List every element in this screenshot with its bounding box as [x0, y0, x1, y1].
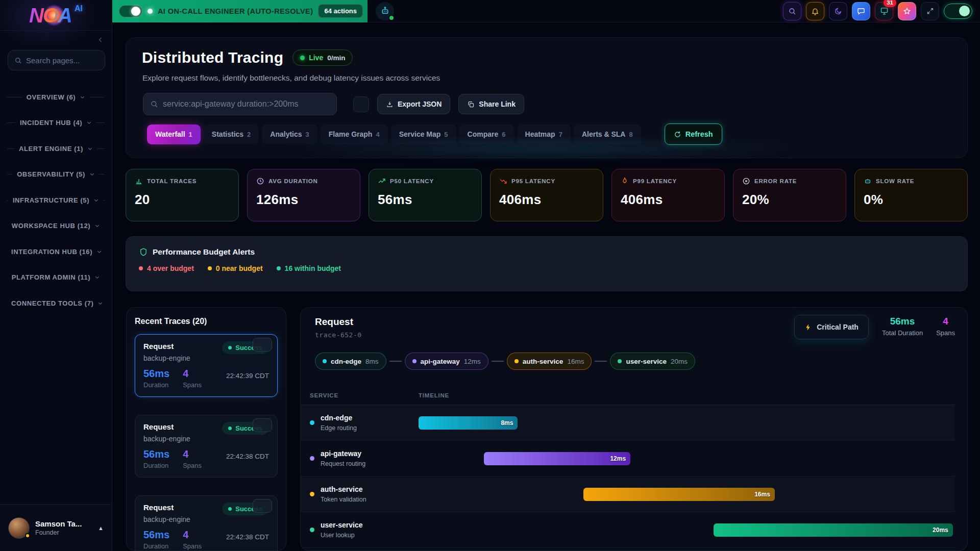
favorites-button[interactable] [898, 2, 916, 20]
span-row-cdn-edge[interactable]: cdn-edge Edge routing 8ms [301, 405, 955, 441]
activity-monitor-button[interactable]: 31 [875, 2, 893, 20]
service-dot [310, 420, 314, 425]
recent-traces-title: Recent Traces (20) [135, 317, 278, 326]
refresh-button[interactable]: Refresh [665, 123, 722, 145]
duration-label: Duration [143, 542, 169, 550]
sidebar-item-platform-admin[interactable]: PLATFORM ADMIN (11) [0, 265, 112, 291]
metric-value: 0% [864, 192, 959, 208]
tab-shortcut: 7 [559, 131, 562, 138]
sidebar-nav: OVERVIEW (6) INCIDENT HUB (4) ALERT ENGI… [0, 84, 112, 316]
trace-action-button[interactable] [253, 338, 272, 352]
sidebar-item-observability[interactable]: OBSERVABILITY (5) [0, 162, 112, 188]
tab-shortcut: 8 [629, 131, 632, 138]
span-bar[interactable]: 12ms [484, 452, 630, 465]
tab-compare[interactable]: Compare6 [459, 124, 514, 144]
sidebar-item-integration-hub[interactable]: INTEGRATION HUB (16) [0, 239, 112, 265]
duration-label: Duration [143, 381, 169, 389]
user-role: Founder [35, 529, 82, 536]
critical-path-button[interactable]: Critical Path [794, 315, 869, 339]
metric-value: 20% [742, 192, 837, 208]
trace-timestamp: 22:42:38 CDT [226, 453, 269, 460]
sidebar-item-connected-tools[interactable]: CONNECTED TOOLS (7) [0, 290, 112, 316]
tab-heatmap[interactable]: Heatmap7 [517, 124, 571, 144]
trace-card[interactable]: Request Success backup-engine 56ms Durat… [135, 334, 278, 397]
fullscreen-button[interactable] [921, 2, 939, 20]
auto-resolve-toggle[interactable] [119, 5, 142, 17]
span-row-user-service[interactable]: user-service User lookup 20ms [301, 512, 955, 548]
ai-assistant-button[interactable] [376, 2, 394, 20]
app-logo[interactable]: NOA AI [0, 0, 112, 31]
metric-value: 406ms [499, 192, 594, 208]
metric-p95-latency: P95 LATENCY 406ms [490, 169, 603, 221]
theme-toggle[interactable] [944, 4, 972, 19]
chip-name: cdn-edge [331, 358, 361, 365]
duration-value: 56ms [143, 368, 169, 380]
span-bar[interactable]: 16ms [583, 488, 775, 501]
trace-query-box[interactable] [143, 93, 337, 115]
budget-title: Performance Budget Alerts [153, 247, 255, 257]
trace-card[interactable]: Request Success backup-engine 56ms Durat… [135, 415, 278, 478]
span-bar[interactable]: 8ms [419, 416, 518, 430]
tab-shortcut: 6 [502, 131, 505, 138]
tab-waterfall[interactable]: Waterfall1 [147, 124, 201, 144]
sidebar-search-input[interactable] [26, 56, 99, 65]
notifications-button[interactable] [806, 2, 824, 20]
share-link-button[interactable]: Share Link [458, 94, 524, 114]
span-bar[interactable]: 20ms [714, 523, 953, 537]
export-json-button[interactable]: Export JSON [377, 94, 450, 114]
user-card-collapse-button[interactable]: ▲ [98, 525, 104, 531]
sidebar-item-overview[interactable]: OVERVIEW (6) [0, 84, 112, 110]
page-title: Distributed Tracing [142, 49, 283, 66]
metric-p50-latency: P50 LATENCY 56ms [369, 169, 482, 221]
trace-query-input[interactable] [163, 99, 330, 109]
chip-name: auth-service [523, 358, 564, 365]
sidebar-collapse-button[interactable] [95, 35, 106, 45]
chip-name: user-service [626, 358, 667, 365]
actions-count-badge[interactable]: 64 actions [318, 4, 363, 18]
trace-action-button[interactable] [253, 418, 272, 432]
tab-alerts-sla[interactable]: Alerts & SLA8 [574, 124, 641, 144]
chip-api-gateway[interactable]: api-gateway 12ms [405, 353, 488, 370]
filter-toggle-button[interactable] [353, 96, 369, 112]
dark-mode-button[interactable] [829, 2, 847, 20]
sidebar-item-incident-hub[interactable]: INCIDENT HUB (4) [0, 110, 112, 136]
view-tabs: Waterfall1 Statistics2 Analytics3 Flame … [147, 123, 722, 145]
sidebar-search[interactable] [8, 50, 105, 70]
sidebar-item-workspace-hub[interactable]: WORKSPACE HUB (12) [0, 213, 112, 239]
metric-value: 406ms [621, 192, 716, 208]
tab-flame-graph[interactable]: Flame Graph4 [321, 124, 388, 144]
chat-button[interactable] [852, 2, 870, 20]
search-button[interactable] [783, 2, 801, 20]
nav-label: INFRASTRUCTURE (5) [13, 196, 89, 204]
tab-analytics[interactable]: Analytics3 [262, 124, 317, 144]
user-card[interactable]: Samson Ta... Founder ▲ [0, 504, 112, 551]
span-row-api-gateway[interactable]: api-gateway Request routing 12ms [301, 441, 955, 477]
download-icon [386, 101, 394, 108]
chip-user-service[interactable]: user-service 20ms [610, 353, 695, 370]
chevron-down-icon [80, 94, 85, 100]
tab-statistics[interactable]: Statistics2 [204, 124, 259, 144]
chevron-down-icon [94, 223, 100, 229]
sidebar-item-alert-engine[interactable]: ALERT ENGINE (1) [0, 136, 112, 162]
service-dot [310, 528, 314, 532]
spans-value: 4 [183, 529, 202, 541]
tab-shortcut: 4 [376, 131, 379, 138]
chip-cdn-edge[interactable]: cdn-edge 8ms [315, 353, 386, 370]
nav-label: OBSERVABILITY (5) [17, 170, 85, 178]
span-description: Request routing [321, 460, 365, 467]
robot-icon [864, 177, 872, 185]
trace-card[interactable]: Request Success backup-engine 56ms Durat… [135, 495, 278, 551]
tab-service-map[interactable]: Service Map5 [391, 124, 456, 144]
timeline-column-header: TIMELINE [419, 392, 955, 398]
detail-title: Request [315, 316, 353, 328]
trace-action-button[interactable] [253, 499, 272, 513]
chip-auth-service[interactable]: auth-service 16ms [507, 353, 592, 370]
span-row-auth-service[interactable]: auth-service Token validation 16ms [301, 477, 955, 512]
sidebar-item-infrastructure[interactable]: INFRASTRUCTURE (5) [0, 187, 112, 213]
metric-label: TOTAL TRACES [147, 178, 197, 184]
span-duration-label: 12ms [610, 452, 626, 465]
critical-path-label: Critical Path [817, 323, 859, 331]
span-count-value: 4 [936, 316, 955, 327]
page-header-card: Distributed Tracing Live 0/min Explore r… [126, 37, 968, 158]
trace-service: backup-engine [143, 515, 269, 523]
